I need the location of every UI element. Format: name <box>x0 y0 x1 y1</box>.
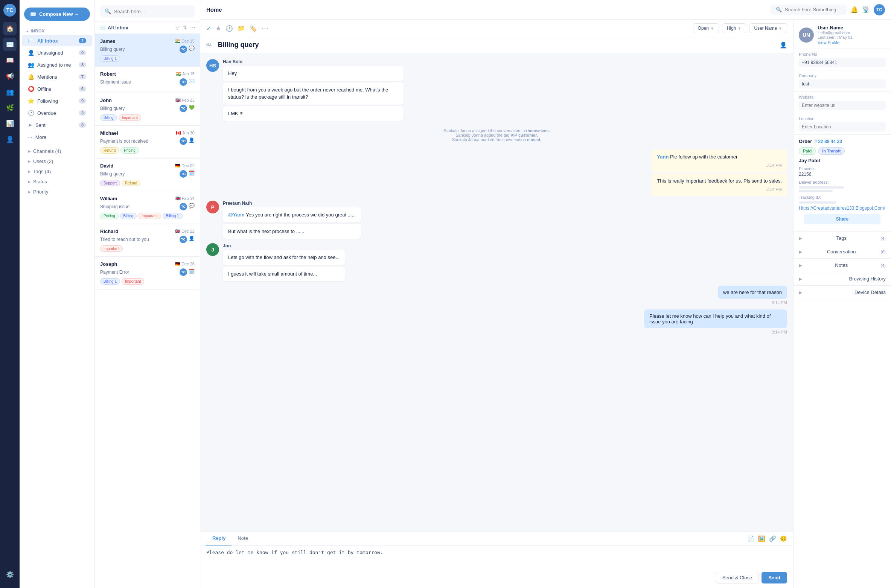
reply-input[interactable]: Please do let me know if you still don't… <box>206 550 787 565</box>
reply-buttons: Send & Close Send <box>716 572 787 583</box>
rp-pincode-field: Pincode: 22156 <box>799 166 886 177</box>
overdue-icon: 🕐 <box>28 110 34 116</box>
all-inbox-badge: 2 <box>79 38 86 43</box>
rp-device-section[interactable]: ▶ Device Details <box>794 286 891 299</box>
reply-tab-note[interactable]: Note <box>232 532 254 545</box>
nav-mail-icon[interactable]: ✉️ <box>3 38 17 51</box>
emoji-icon[interactable]: 😊 <box>780 535 787 542</box>
priority-group[interactable]: ▶ Priority <box>22 187 92 196</box>
compose-button[interactable]: ✉️ Compose New → <box>24 8 90 21</box>
clock-icon[interactable]: 🕐 <box>225 25 233 32</box>
folder-icon[interactable]: 📁 <box>238 25 245 32</box>
sidebar-item-offline[interactable]: ⭕ Offline 6 <box>22 83 92 94</box>
offline-badge: 6 <box>79 86 86 91</box>
conv-item-william[interactable]: William 🇬🇧 Fab 14 Shipping issue TC 💬 Pr… <box>95 191 200 224</box>
users-chevron: ▶ <box>28 159 31 163</box>
rp-website-input[interactable] <box>799 101 886 110</box>
search-input[interactable] <box>114 9 190 14</box>
msg-yann-mention: Yann <box>657 154 669 160</box>
inbox-section-title[interactable]: ⌄ Inbox <box>20 27 94 35</box>
user-chevron: ▼ <box>778 26 782 30</box>
notification-bell-icon[interactable]: 🔔 <box>850 6 858 14</box>
nav-settings-icon[interactable]: ⚙️ <box>3 568 17 581</box>
rp-tracking-link[interactable]: Https://Greatadventures133.Blogspot.Com/ <box>799 206 885 211</box>
file-icon[interactable]: 📄 <box>747 535 754 542</box>
conv-item-michael[interactable]: Michael 🇨🇦 Jun 30 Payment is not receive… <box>95 126 200 158</box>
nav-book-icon[interactable]: 📖 <box>3 53 17 67</box>
rp-share-button[interactable]: Share <box>804 214 880 224</box>
sidebar-item-unassigned[interactable]: 👤 Unassigned 0 <box>22 47 92 58</box>
tag-icon[interactable]: 🏷️ <box>250 25 257 32</box>
reply-footer: Send & Close Send <box>200 569 793 588</box>
send-button[interactable]: Send <box>762 572 787 583</box>
more-options-icon[interactable]: ⋯ <box>190 24 195 30</box>
msg-preetam-sender: Preetam Nath <box>223 201 361 206</box>
sort-icon[interactable]: ⇅ <box>183 24 187 30</box>
msg-sent2-bubble: Please let me know how can i help you an… <box>644 309 787 334</box>
mentions-badge: 7 <box>79 74 86 79</box>
msg-han-avatar: HS <box>206 59 219 72</box>
user-avatar[interactable]: TC <box>3 4 16 17</box>
conv-item-joseph[interactable]: Joseph 🇩🇪 Dec 26 Payment Error TC 🗓️ Bil… <box>95 257 200 289</box>
sidebar-item-sent[interactable]: ➤ Sent 8 <box>22 119 92 131</box>
nav-person-icon[interactable]: 👤 <box>3 133 17 146</box>
all-inbox-label: All Inbox <box>37 38 58 44</box>
conv-item-john[interactable]: John 🇬🇧 Feb 23 Billing query TC 💚 Billin… <box>95 93 200 126</box>
status-chevron: ▼ <box>710 26 714 30</box>
sidebar-item-all-inbox[interactable]: ✉️ All Inbox 2 <box>22 35 92 46</box>
rp-conversation-section[interactable]: ▶ Conversation (6) <box>794 245 891 259</box>
checkmark-icon[interactable]: ✓ <box>206 25 211 32</box>
status-dropdown[interactable]: Open ▼ <box>693 23 719 33</box>
user-dropdown[interactable]: User Name ▼ <box>749 23 787 33</box>
channels-group[interactable]: ▶ Channels (4) <box>22 147 92 155</box>
signal-icon[interactable]: 📡 <box>862 6 870 14</box>
header-search-input[interactable] <box>785 7 841 12</box>
assign-icon[interactable]: 👤 <box>780 41 787 49</box>
nav-tree-icon[interactable]: 🌿 <box>3 101 17 114</box>
tag-john-important: Important <box>119 114 141 121</box>
image-icon[interactable]: 🖼️ <box>758 535 765 542</box>
users-group[interactable]: ▶ Users (2) <box>22 157 92 166</box>
conv-michael-date: 🇨🇦 Jun 30 <box>176 131 195 136</box>
view-profile-link[interactable]: View Profile <box>818 40 853 45</box>
reply-tab-reply[interactable]: Reply <box>206 532 232 545</box>
tag-billing1: Billing 1 <box>100 55 120 62</box>
sent-label: Sent <box>35 122 46 128</box>
nav-contacts-icon[interactable]: 👥 <box>3 85 17 99</box>
conv-david-channel-icon: 🗓️ <box>189 170 195 178</box>
sidebar-item-overdue[interactable]: 🕐 Overdue 3 <box>22 107 92 119</box>
rp-phone-label: Phone No <box>799 52 886 56</box>
star-icon[interactable]: ★ <box>216 25 221 32</box>
tags-group[interactable]: ▶ Tags (4) <box>22 167 92 176</box>
rp-tags-section[interactable]: ▶ Tags (4) <box>794 232 891 245</box>
conv-item-robert[interactable]: Robert 🇮🇳 Jan 15 Shipment issue TC ✉️ <box>95 67 200 93</box>
rp-website-label: Website <box>799 95 886 99</box>
app-header: Home 🔍 🔔 📡 TC <box>200 0 891 20</box>
tag-paid: Paid <box>799 147 816 155</box>
conv-item-david[interactable]: David 🇩🇪 Dec 02 Billing query TC 🗓️ Supp… <box>95 158 200 191</box>
sidebar-item-assigned[interactable]: 👥 Assigned to me 3 <box>22 59 92 70</box>
conv-item-richard[interactable]: Richard 🇬🇧 Dec 22 Tried to reach out to … <box>95 224 200 257</box>
nav-announce-icon[interactable]: 📢 <box>3 69 17 83</box>
priority-dropdown[interactable]: High ▼ <box>722 23 746 33</box>
rp-order-title: Order # 22 88 44 33 <box>799 139 886 144</box>
nav-chart-icon[interactable]: 📊 <box>3 117 17 130</box>
link-icon[interactable]: 🔗 <box>769 535 776 542</box>
more-dots-icon[interactable]: ⋯ <box>262 24 268 32</box>
header-user-badge[interactable]: TC <box>874 4 885 15</box>
filter-icon[interactable]: ▽ <box>175 24 180 30</box>
msg-jon-bubble: Jon Lets go with the flow and ask for th… <box>223 243 345 281</box>
sidebar-item-mentions[interactable]: 🔔 Mentions 7 <box>22 71 92 82</box>
sidebar-item-more[interactable]: ··· More <box>22 131 92 143</box>
rp-location-input[interactable] <box>799 122 886 131</box>
conv-item-james[interactable]: James 🇮🇳 Dec 15 Billing query TC 💬 Billi… <box>95 34 200 67</box>
send-close-button[interactable]: Send & Close <box>716 572 759 583</box>
rp-browsing-section[interactable]: ▶ Browsing History <box>794 272 891 286</box>
sidebar-item-following[interactable]: ⭐ Following 9 <box>22 95 92 107</box>
status-group[interactable]: ▶ Status <box>22 177 92 186</box>
msg-jon-text1: Lets go with the flow and ask for the he… <box>223 250 345 265</box>
messages-container: HS Han Solo Hey I bought from you a week… <box>200 53 793 531</box>
nav-home-icon[interactable]: 🏠 <box>3 22 17 35</box>
rp-notes-section[interactable]: ▶ Notes (4) <box>794 259 891 272</box>
msg-han-text1: Hey <box>223 66 404 81</box>
